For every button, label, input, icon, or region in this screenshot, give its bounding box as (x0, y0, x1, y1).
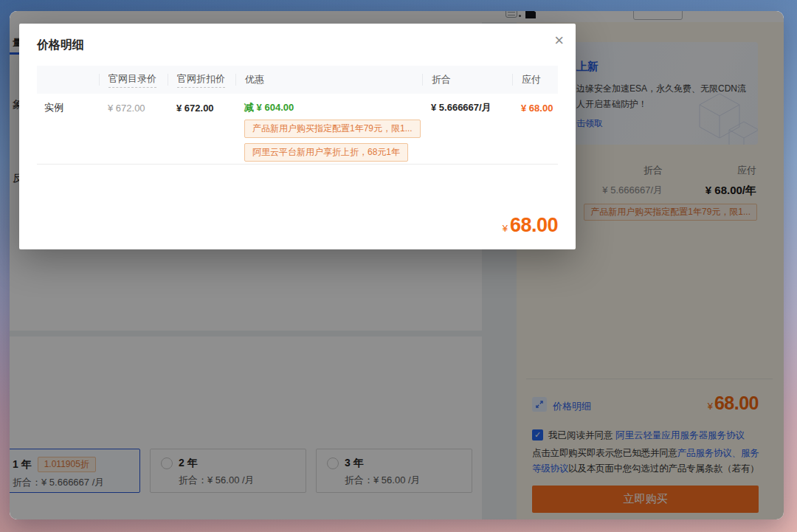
modal-total-value: 68.00 (510, 214, 558, 236)
price-table-header: 官网目录价 官网折扣价 优惠 折合 应付 (37, 66, 558, 94)
row-reduction: 减 ¥ 604.00 (235, 102, 422, 114)
desktop-background: 量 象 反 1 年 1.011905折 折合：¥ 5.666667 /月 (0, 0, 797, 532)
header-empty (37, 74, 99, 86)
modal-total-price: ¥68.00 (503, 214, 558, 237)
close-icon[interactable]: × (554, 32, 564, 49)
promotion-tag: 阿里云平台新用户享折上折，68元1年 (244, 143, 408, 162)
promotion-tag: 产品新用户购买指定配置1年79元，限1... (244, 120, 421, 138)
header-promotion: 优惠 (245, 73, 264, 86)
price-detail-modal: 价格明细 × 官网目录价 官网折扣价 优惠 折合 应付 实例 ¥ 672.00 … (19, 24, 576, 249)
header-monthly: 折合 (432, 73, 451, 86)
row-discount-price: ¥ 672.00 (168, 102, 235, 114)
row-list-price: ¥ 672.00 (99, 102, 168, 114)
header-discount-price[interactable]: 官网折扣价 (177, 72, 225, 88)
table-bottom-divider (37, 164, 558, 165)
header-payable: 应付 (522, 73, 541, 86)
currency-symbol: ¥ (503, 223, 508, 234)
promotion-tags: 产品新用户购买指定配置1年79元，限1... 阿里云平台新用户享折上折，68元1… (244, 120, 421, 162)
price-table-row: 实例 ¥ 672.00 ¥ 672.00 减 ¥ 604.00 ¥ 5.6666… (37, 102, 558, 114)
row-monthly: ¥ 5.666667/月 (422, 102, 512, 114)
row-payable: ¥ 68.00 (512, 102, 558, 114)
modal-title: 价格明细 (37, 38, 84, 53)
header-list-price[interactable]: 官网目录价 (108, 72, 156, 88)
row-name: 实例 (37, 102, 99, 114)
